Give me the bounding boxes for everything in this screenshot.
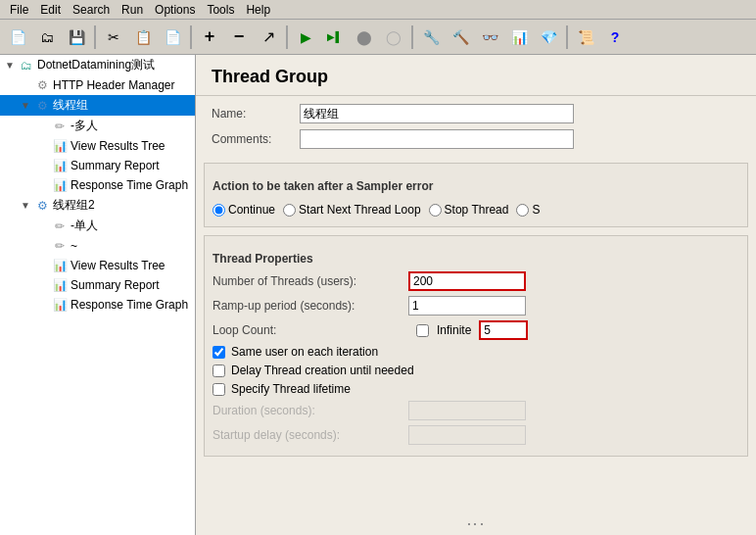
same-user-label: Same user on each iteration xyxy=(231,345,378,359)
menu-search[interactable]: Search xyxy=(67,1,116,19)
toolbar-expand[interactable]: ↗ xyxy=(255,24,282,51)
radio-other-input[interactable] xyxy=(516,204,529,217)
specify-checkbox[interactable] xyxy=(213,383,225,396)
tree-node-root[interactable]: ▼ 🗂 DotnetDatamining测试 xyxy=(0,55,195,75)
toolbar-sep-4 xyxy=(411,25,413,49)
icon-listener2: 📊 xyxy=(51,158,69,173)
infinite-checkbox[interactable] xyxy=(416,324,429,337)
rampup-label: Ramp-up period (seconds): xyxy=(213,299,408,313)
expand-listener6: ▶ xyxy=(35,300,51,311)
expand-listener5: ▶ xyxy=(35,280,51,291)
label-header: HTTP Header Manager xyxy=(53,78,175,92)
tree-node-group2[interactable]: ▼ ⚙ 线程组2 xyxy=(0,195,195,216)
startup-row: Startup delay (seconds): xyxy=(213,425,739,445)
label-group1: 线程组 xyxy=(53,97,88,114)
toolbar-stop[interactable]: ⬤ xyxy=(351,24,378,51)
radio-stop-thread-label: Stop Thread xyxy=(445,203,509,217)
loop-input[interactable] xyxy=(479,320,528,340)
menu-edit[interactable]: Edit xyxy=(34,1,67,19)
toolbar-start-no-pause[interactable]: ▶▌ xyxy=(321,24,349,51)
name-section: Name: Comments: xyxy=(196,96,756,163)
menu-tools[interactable]: Tools xyxy=(201,1,240,19)
menu-run[interactable]: Run xyxy=(116,1,149,19)
label-listener3: Response Time Graph xyxy=(71,178,188,192)
radio-continue-input[interactable] xyxy=(213,204,225,217)
rampup-input[interactable] xyxy=(408,296,526,316)
tree-node-listener3[interactable]: ▶ 📊 Response Time Graph xyxy=(0,175,195,195)
tree-node-listener1[interactable]: ▶ 📊 View Results Tree xyxy=(0,136,195,156)
toolbar-save[interactable]: 💾 xyxy=(63,24,90,51)
menu-file[interactable]: File xyxy=(4,1,34,19)
tree-node-header[interactable]: ▶ ⚙ HTTP Header Manager xyxy=(0,75,195,95)
loop-label: Loop Count: xyxy=(213,323,408,337)
startup-label: Startup delay (seconds): xyxy=(213,428,408,442)
delay-checkbox[interactable] xyxy=(213,365,225,377)
tree-node-listener6[interactable]: ▶ 📊 Response Time Graph xyxy=(0,295,195,315)
expand-header: ▶ xyxy=(18,80,33,91)
toolbar-help[interactable]: ? xyxy=(601,24,629,51)
expand-group2[interactable]: ▼ xyxy=(18,200,33,211)
toolbar-sep-3 xyxy=(286,25,288,49)
radio-next-loop-label: Start Next Thread Loop xyxy=(299,203,421,217)
tree-node-sampler2[interactable]: ▶ ✏ -单人 xyxy=(0,216,195,236)
toolbar-add[interactable]: + xyxy=(196,24,223,51)
radio-stop-thread-input[interactable] xyxy=(429,204,442,217)
menu-options[interactable]: Options xyxy=(149,1,201,19)
label-sampler2: -单人 xyxy=(71,218,98,234)
delay-label: Delay Thread creation until needed xyxy=(231,364,414,377)
toolbar-shutdown[interactable]: ◯ xyxy=(380,24,407,51)
radio-continue[interactable]: Continue xyxy=(213,203,275,217)
action-section: Action to be taken after a Sampler error… xyxy=(204,163,748,227)
expand-listener1: ▶ xyxy=(35,141,51,152)
toolbar-log[interactable]: 📜 xyxy=(572,24,599,51)
toolbar-open[interactable]: 🗂 xyxy=(33,24,61,51)
toolbar-sep-2 xyxy=(190,25,192,49)
label-root: DotnetDatamining测试 xyxy=(37,57,155,73)
radio-next-loop-input[interactable] xyxy=(283,204,296,217)
panel-title: Thread Group xyxy=(196,55,756,96)
same-user-checkbox[interactable] xyxy=(213,346,225,359)
tree-node-listener5[interactable]: ▶ 📊 Summary Report xyxy=(0,275,195,295)
toolbar-new[interactable]: 📄 xyxy=(4,24,31,51)
comments-label: Comments: xyxy=(212,132,300,146)
toolbar-template[interactable]: 📊 xyxy=(505,24,533,51)
menubar: File Edit Search Run Options Tools Help xyxy=(0,0,756,20)
duration-input xyxy=(408,401,526,420)
toolbar-help2[interactable]: 💎 xyxy=(535,24,562,51)
toolbar-clear-all[interactable]: 🔨 xyxy=(447,24,474,51)
threads-input[interactable] xyxy=(408,271,526,291)
radio-other-label: S xyxy=(532,203,540,217)
name-input[interactable] xyxy=(300,104,574,123)
rampup-row: Ramp-up period (seconds): xyxy=(213,296,739,316)
toolbar-run[interactable]: ▶ xyxy=(292,24,319,51)
expand-group1[interactable]: ▼ xyxy=(18,100,33,111)
radio-stop-thread[interactable]: Stop Thread xyxy=(429,203,509,217)
menu-help[interactable]: Help xyxy=(240,1,276,19)
toolbar-clear[interactable]: 🔧 xyxy=(417,24,445,51)
tree-node-sampler1[interactable]: ▶ ✏ -多人 xyxy=(0,116,195,136)
toolbar-remove[interactable]: − xyxy=(225,24,253,51)
tree-node-listener2[interactable]: ▶ 📊 Summary Report xyxy=(0,156,195,175)
loop-row: Loop Count: Infinite xyxy=(213,320,739,340)
icon-sampler1: ✏ xyxy=(51,119,69,134)
expand-root[interactable]: ▼ xyxy=(2,60,18,71)
expand-sampler2: ▶ xyxy=(35,220,51,231)
toolbar-paste[interactable]: 📄 xyxy=(159,24,186,51)
tree-node-listener4[interactable]: ▶ 📊 View Results Tree xyxy=(0,256,195,275)
tree-node-group1[interactable]: ▼ ⚙ 线程组 xyxy=(0,95,195,116)
toolbar-copy[interactable]: 📋 xyxy=(129,24,157,51)
same-user-row: Same user on each iteration xyxy=(213,345,739,359)
icon-group1: ⚙ xyxy=(33,98,51,114)
label-listener2: Summary Report xyxy=(71,159,160,172)
radio-next-loop[interactable]: Start Next Thread Loop xyxy=(283,203,421,217)
toolbar-cut[interactable]: ✂ xyxy=(100,24,127,51)
comments-input[interactable] xyxy=(300,129,574,149)
expand-sampler1: ▶ xyxy=(35,121,51,131)
comments-row: Comments: xyxy=(212,129,740,149)
toolbar-browse[interactable]: 👓 xyxy=(476,24,503,51)
icon-testplan: 🗂 xyxy=(18,58,35,73)
tree-node-sampler3[interactable]: ▶ ✏ ~ xyxy=(0,236,195,256)
toolbar: 📄 🗂 💾 ✂ 📋 📄 + − ↗ ▶ ▶▌ ⬤ ◯ 🔧 🔨 👓 📊 💎 📜 ? xyxy=(0,20,756,55)
radio-other[interactable]: S xyxy=(516,203,540,217)
icon-listener6: 📊 xyxy=(51,297,69,313)
